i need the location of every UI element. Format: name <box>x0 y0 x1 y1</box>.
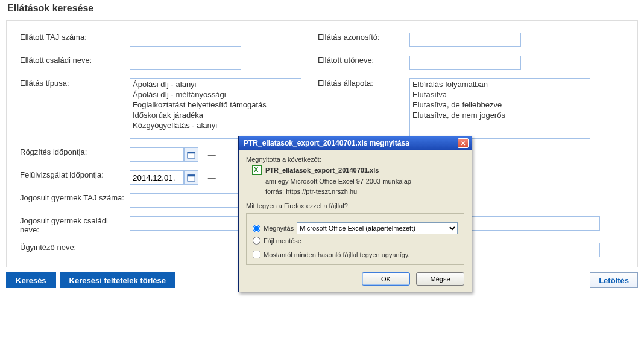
rogzites-from-input[interactable] <box>130 147 184 162</box>
svg-rect-3 <box>188 175 195 177</box>
range-dash: — <box>208 173 216 182</box>
felulvizs-from-input[interactable] <box>130 170 184 185</box>
tipus-listbox[interactable]: Ápolási díj - alanyi Ápolási díj - méltá… <box>130 78 301 139</box>
page-title: Ellátások keresése <box>6 3 638 14</box>
calendar-icon[interactable] <box>184 147 198 162</box>
search-button[interactable]: Keresés <box>6 272 56 288</box>
action-group: Megnyitás Microsoft Office Excel (alapér… <box>246 213 464 265</box>
opened-label: Megnyitotta a következőt: <box>246 156 464 163</box>
ugyintezo-label: Ügyintéző neve: <box>20 243 76 252</box>
gyerek-taj-label: Jogosult gyermek TAJ száma: <box>20 193 124 202</box>
felulvizs-label: Felülvizsgálat időpontja: <box>20 170 104 179</box>
ok-button[interactable]: OK <box>362 272 410 286</box>
source-value: https://ptr-teszt.nrszh.hu <box>286 188 357 195</box>
which-is-label: ami egy <box>265 177 289 185</box>
dialog-titlebar[interactable]: PTR_ellatasok_export_20140701.xls megnyi… <box>239 136 472 150</box>
azonosito-label: Ellátás azonosító: <box>318 33 380 42</box>
save-label: Fájl mentése <box>264 237 301 245</box>
rogzites-label: Rögzítés időpontja: <box>20 147 87 156</box>
list-item[interactable]: Elutasítva, de fellebbezve <box>410 100 590 110</box>
gyerek-taj-input[interactable] <box>130 193 241 208</box>
close-icon[interactable]: ✕ <box>458 138 469 148</box>
list-item[interactable]: Közgyógyellátás - alanyi <box>130 120 301 130</box>
taj-input[interactable] <box>130 33 241 47</box>
allapot-listbox[interactable]: Elbírálás folyamatban Elutasítva Elutasí… <box>409 78 590 139</box>
download-dialog: PTR_ellatasok_export_20140701.xls megnyi… <box>238 136 472 292</box>
list-item[interactable]: Ápolási díj - méltányossági <box>130 89 301 100</box>
list-item[interactable]: Elbírálás folyamatban <box>410 79 590 89</box>
taj-label: Ellátott TAJ száma: <box>20 33 87 42</box>
list-item[interactable]: Ápolási díj - alanyi <box>130 79 301 89</box>
download-button[interactable]: Letöltés <box>590 272 638 288</box>
tipus-label: Ellátás típusa: <box>20 78 69 88</box>
open-radio[interactable] <box>253 225 260 232</box>
remember-label: Mostantól minden hasonló fájllal tegyen … <box>264 251 410 258</box>
filename-text: PTR_ellatasok_export_20140701.xls <box>265 167 379 174</box>
utoneve-input[interactable] <box>409 56 521 70</box>
svg-rect-1 <box>188 152 195 154</box>
open-label: Megnyitás <box>264 225 294 232</box>
gyerek-csal-label: Jogosult gyermek családi neve: <box>20 216 108 234</box>
azonosito-input[interactable] <box>409 33 521 47</box>
clear-button[interactable]: Keresési feltételek törlése <box>60 272 175 288</box>
calendar-icon[interactable] <box>184 170 198 185</box>
cancel-button[interactable]: Mégse <box>416 272 464 286</box>
source-label: forrás: <box>265 188 284 195</box>
xls-icon <box>252 165 262 175</box>
range-dash: — <box>208 150 216 159</box>
list-item[interactable]: Foglalkoztatást helyettesítő támogatás <box>130 100 301 110</box>
csaladi-input[interactable] <box>130 56 241 70</box>
utoneve-label: Ellátott utóneve: <box>318 56 374 65</box>
save-radio[interactable] <box>253 237 260 245</box>
question-label: Mit tegyen a Firefox ezzel a fájllal? <box>246 202 464 209</box>
remember-checkbox[interactable] <box>253 251 260 258</box>
list-item[interactable]: Időskorúak járadéka <box>130 110 301 120</box>
allapot-label: Ellátás állapota: <box>318 78 373 88</box>
dialog-title: PTR_ellatasok_export_20140701.xls megnyi… <box>244 139 458 147</box>
csaladi-label: Ellátott családi neve: <box>20 56 92 65</box>
which-is-value: Microsoft Office Excel 97-2003 munkalap <box>291 177 411 185</box>
open-with-select[interactable]: Microsoft Office Excel (alapértelmezett) <box>297 222 458 234</box>
list-item[interactable]: Elutasítva, de nem jogerős <box>410 110 590 120</box>
list-item[interactable]: Elutasítva <box>410 89 590 100</box>
